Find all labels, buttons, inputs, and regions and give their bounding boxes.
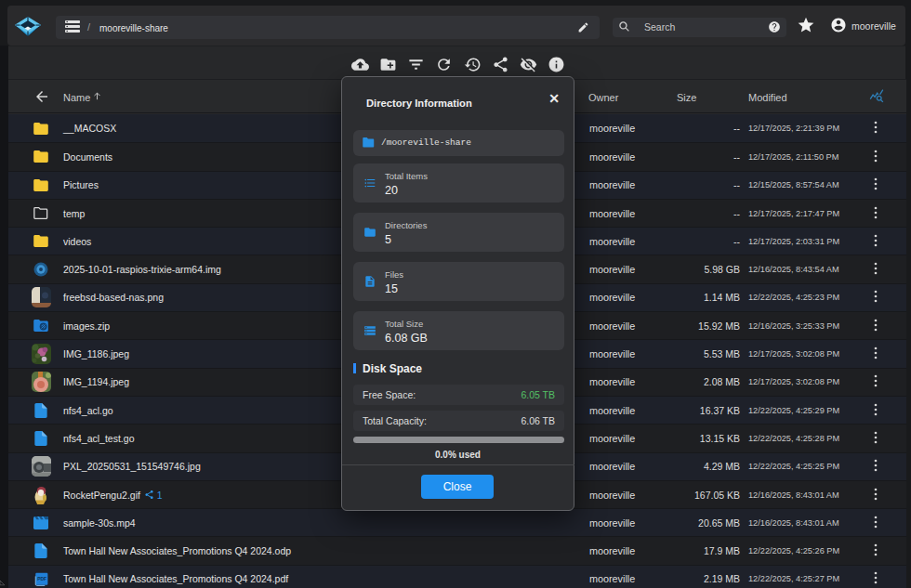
svg-text:PDF: PDF — [37, 576, 46, 581]
